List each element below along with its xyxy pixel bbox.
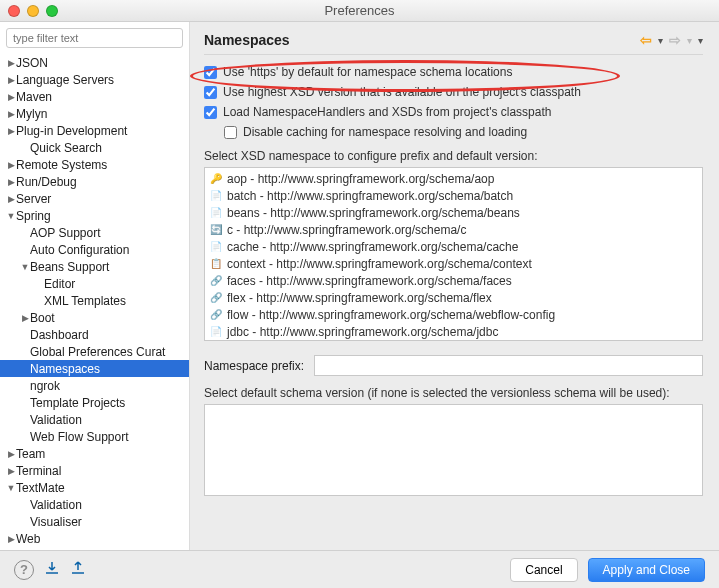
namespace-item-context[interactable]: 📋context - http://www.springframework.or… <box>209 255 698 272</box>
minimize-window-button[interactable] <box>27 5 39 17</box>
tree-item-validation[interactable]: Validation <box>0 496 189 513</box>
version-list[interactable] <box>204 404 703 496</box>
chevron-down-icon[interactable]: ▼ <box>20 262 30 272</box>
zoom-window-button[interactable] <box>46 5 58 17</box>
check-highest-xsd[interactable]: Use highest XSD version that is availabl… <box>204 85 703 99</box>
chevron-right-icon[interactable]: ▶ <box>6 58 16 68</box>
tree-item-web[interactable]: ▶Web <box>0 530 189 547</box>
chevron-right-icon[interactable]: ▶ <box>6 449 16 459</box>
chevron-right-icon[interactable]: ▶ <box>6 534 16 544</box>
window-controls <box>8 5 58 17</box>
tree-item-maven[interactable]: ▶Maven <box>0 88 189 105</box>
close-window-button[interactable] <box>8 5 20 17</box>
tree-item-server[interactable]: ▶Server <box>0 190 189 207</box>
tree-item-auto-configuration[interactable]: Auto Configuration <box>0 241 189 258</box>
chevron-right-icon[interactable]: ▶ <box>6 177 16 187</box>
namespace-list[interactable]: 🔑aop - http://www.springframework.org/sc… <box>204 167 703 341</box>
tree-item-visualiser[interactable]: Visualiser <box>0 513 189 530</box>
check-load-handlers[interactable]: Load NamespaceHandlers and XSDs from pro… <box>204 105 703 119</box>
tree-item-dashboard[interactable]: Dashboard <box>0 326 189 343</box>
help-icon[interactable]: ? <box>14 560 34 580</box>
tree-item-plug-in-development[interactable]: ▶Plug-in Development <box>0 122 189 139</box>
tree-item-textmate[interactable]: ▼TextMate <box>0 479 189 496</box>
chevron-right-icon[interactable]: ▶ <box>20 313 30 323</box>
chevron-right-icon[interactable]: ▶ <box>6 160 16 170</box>
namespace-item-faces[interactable]: 🔗faces - http://www.springframework.org/… <box>209 272 698 289</box>
chevron-right-icon[interactable]: ▶ <box>6 92 16 102</box>
nav-forward-icon: ⇨ <box>669 32 681 48</box>
import-prefs-icon[interactable] <box>44 560 60 579</box>
tree-item-quick-search[interactable]: Quick Search <box>0 139 189 156</box>
tree-item-mylyn[interactable]: ▶Mylyn <box>0 105 189 122</box>
namespace-item-label: cache - http://www.springframework.org/s… <box>227 240 518 254</box>
tree-item-label: Global Preferences Curat <box>30 345 165 359</box>
tree-item-remote-systems[interactable]: ▶Remote Systems <box>0 156 189 173</box>
tree-item-label: Spring <box>16 209 51 223</box>
nav-back-icon[interactable]: ⇦ <box>640 32 652 48</box>
namespace-prefix-input[interactable] <box>314 355 703 376</box>
tree-item-ngrok[interactable]: ngrok <box>0 377 189 394</box>
check-load-handlers-box[interactable] <box>204 106 217 119</box>
tree-item-boot[interactable]: ▶Boot <box>0 309 189 326</box>
tree-item-label: XML Templates <box>44 294 126 308</box>
chevron-right-icon[interactable]: ▶ <box>6 126 16 136</box>
tree-item-run-debug[interactable]: ▶Run/Debug <box>0 173 189 190</box>
cancel-button[interactable]: Cancel <box>510 558 577 582</box>
export-prefs-icon[interactable] <box>70 560 86 579</box>
tree-item-web-services[interactable]: ▶Web Services <box>0 547 189 550</box>
namespace-beans-icon: 📄 <box>209 206 223 220</box>
check-disable-cache-box[interactable] <box>224 126 237 139</box>
tree-item-label: Editor <box>44 277 75 291</box>
namespace-item-flow[interactable]: 🔗flow - http://www.springframework.org/s… <box>209 306 698 323</box>
namespace-item-label: jdbc - http://www.springframework.org/sc… <box>227 325 498 339</box>
namespace-item-label: context - http://www.springframework.org… <box>227 257 532 271</box>
tree-item-spring[interactable]: ▼Spring <box>0 207 189 224</box>
chevron-right-icon[interactable]: ▶ <box>6 109 16 119</box>
namespace-item-flex[interactable]: 🔗flex - http://www.springframework.org/s… <box>209 289 698 306</box>
tree-item-json[interactable]: ▶JSON <box>0 54 189 71</box>
namespace-faces-icon: 🔗 <box>209 274 223 288</box>
check-https-default[interactable]: Use 'https' by default for namespace sch… <box>204 65 703 79</box>
tree-item-namespaces[interactable]: Namespaces <box>0 360 189 377</box>
apply-close-button[interactable]: Apply and Close <box>588 558 705 582</box>
chevron-right-icon[interactable]: ▶ <box>6 194 16 204</box>
namespace-item-cache[interactable]: 📄cache - http://www.springframework.org/… <box>209 238 698 255</box>
nav-forward-menu-icon: ▾ <box>687 35 692 46</box>
tree-item-team[interactable]: ▶Team <box>0 445 189 462</box>
tree-item-web-flow-support[interactable]: Web Flow Support <box>0 428 189 445</box>
chevron-right-icon[interactable]: ▶ <box>6 75 16 85</box>
tree-item-editor[interactable]: Editor <box>0 275 189 292</box>
tree-item-terminal[interactable]: ▶Terminal <box>0 462 189 479</box>
tree-item-label: Terminal <box>16 464 61 478</box>
tree-item-xml-templates[interactable]: XML Templates <box>0 292 189 309</box>
preferences-tree[interactable]: ▶JSON▶Language Servers▶Maven▶Mylyn▶Plug-… <box>0 54 189 550</box>
window-title: Preferences <box>0 3 719 18</box>
namespace-item-jdbc[interactable]: 📄jdbc - http://www.springframework.org/s… <box>209 323 698 340</box>
nav-menu-icon[interactable]: ▾ <box>698 35 703 46</box>
namespace-item-batch[interactable]: 📄batch - http://www.springframework.org/… <box>209 187 698 204</box>
tree-item-template-projects[interactable]: Template Projects <box>0 394 189 411</box>
chevron-down-icon[interactable]: ▼ <box>6 483 16 493</box>
check-disable-cache[interactable]: Disable caching for namespace resolving … <box>224 125 703 139</box>
tree-item-label: Boot <box>30 311 55 325</box>
tree-item-beans-support[interactable]: ▼Beans Support <box>0 258 189 275</box>
namespace-item-c[interactable]: 🔄c - http://www.springframework.org/sche… <box>209 221 698 238</box>
tree-item-aop-support[interactable]: AOP Support <box>0 224 189 241</box>
page-title: Namespaces <box>204 32 290 48</box>
namespace-item-label: aop - http://www.springframework.org/sch… <box>227 172 494 186</box>
check-https-default-box[interactable] <box>204 66 217 79</box>
check-highest-xsd-box[interactable] <box>204 86 217 99</box>
nav-back-menu-icon[interactable]: ▾ <box>658 35 663 46</box>
tree-item-validation[interactable]: Validation <box>0 411 189 428</box>
check-highest-xsd-label: Use highest XSD version that is availabl… <box>223 85 581 99</box>
namespace-item-aop[interactable]: 🔑aop - http://www.springframework.org/sc… <box>209 170 698 187</box>
tree-item-label: Language Servers <box>16 73 114 87</box>
tree-item-label: Beans Support <box>30 260 109 274</box>
tree-item-global-preferences-curat[interactable]: Global Preferences Curat <box>0 343 189 360</box>
chevron-right-icon[interactable]: ▶ <box>6 466 16 476</box>
namespace-flow-icon: 🔗 <box>209 308 223 322</box>
tree-item-language-servers[interactable]: ▶Language Servers <box>0 71 189 88</box>
namespace-item-beans[interactable]: 📄beans - http://www.springframework.org/… <box>209 204 698 221</box>
chevron-down-icon[interactable]: ▼ <box>6 211 16 221</box>
filter-input[interactable] <box>6 28 183 48</box>
